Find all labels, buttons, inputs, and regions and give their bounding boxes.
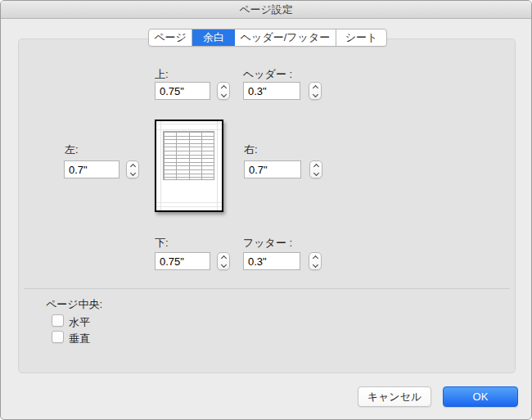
right-margin-field-box bbox=[244, 160, 301, 178]
header-margin-field-box bbox=[243, 82, 300, 100]
bottom-margin-guide bbox=[156, 202, 222, 203]
bottom-margin-input[interactable] bbox=[156, 253, 210, 269]
cancel-button[interactable]: キャンセル bbox=[358, 386, 431, 407]
horizontal-center-label: 水平 bbox=[69, 315, 90, 328]
left-margin-input[interactable] bbox=[65, 161, 119, 178]
right-margin-label: 右: bbox=[244, 142, 258, 156]
stepper-up-icon[interactable] bbox=[312, 255, 318, 260]
footer-margin-label: フッター : bbox=[243, 236, 292, 249]
page-preview bbox=[155, 120, 223, 212]
worksheet-grid-thumbnail bbox=[163, 131, 214, 180]
stepper-up-icon[interactable] bbox=[220, 255, 226, 260]
stepper-up-icon[interactable] bbox=[220, 84, 226, 90]
left-margin-label: 左: bbox=[65, 142, 79, 156]
vertical-center-checkbox[interactable] bbox=[52, 331, 64, 343]
right-margin-guide bbox=[217, 121, 218, 210]
stepper-down-icon[interactable] bbox=[312, 261, 318, 267]
stepper-down-icon[interactable] bbox=[220, 261, 226, 267]
stepper-up-icon[interactable] bbox=[312, 84, 318, 90]
right-margin-input[interactable] bbox=[245, 161, 300, 178]
stepper-down-icon[interactable] bbox=[129, 169, 135, 175]
horizontal-center-checkbox[interactable] bbox=[52, 314, 64, 327]
left-margin-guide bbox=[160, 121, 161, 210]
header-guide bbox=[156, 124, 222, 124]
bottom-margin-label: 下: bbox=[155, 236, 169, 249]
stepper-up-icon[interactable] bbox=[313, 163, 318, 169]
tab-bar: ページ 余白 ヘッダー/フッター シート bbox=[148, 29, 387, 47]
header-margin-input[interactable] bbox=[244, 83, 300, 99]
vertical-center-label: 垂直 bbox=[69, 332, 90, 345]
ok-button[interactable]: OK bbox=[443, 386, 518, 407]
left-margin-field-box bbox=[64, 160, 119, 178]
footer-guide bbox=[156, 206, 222, 207]
bottom-margin-field-box bbox=[155, 252, 210, 270]
window-title: ページ設定 bbox=[239, 3, 293, 16]
section-divider bbox=[24, 288, 510, 289]
footer-margin-input[interactable] bbox=[244, 253, 300, 269]
stepper-down-icon[interactable] bbox=[312, 91, 318, 97]
top-margin-field-box bbox=[155, 82, 210, 100]
stepper-up-icon[interactable] bbox=[129, 163, 135, 169]
top-margin-input[interactable] bbox=[156, 83, 210, 99]
page-setup-dialog: ページ設定 ページ 余白 ヘッダー/フッター シート 上: ヘッダー : 左: bbox=[0, 0, 532, 420]
header-margin-stepper[interactable] bbox=[309, 82, 322, 100]
bottom-margin-stepper[interactable] bbox=[217, 252, 230, 270]
tab-sheet[interactable]: シート bbox=[336, 29, 386, 46]
top-margin-stepper[interactable] bbox=[217, 82, 230, 100]
top-margin-label: 上: bbox=[155, 67, 169, 80]
tab-header-footer[interactable]: ヘッダー/フッター bbox=[235, 29, 336, 46]
right-margin-stepper[interactable] bbox=[309, 160, 322, 178]
tab-page[interactable]: ページ bbox=[149, 29, 192, 46]
header-margin-label: ヘッダー : bbox=[243, 67, 292, 80]
footer-margin-field-box bbox=[243, 252, 300, 270]
top-margin-guide bbox=[156, 129, 222, 130]
left-margin-stepper[interactable] bbox=[126, 160, 139, 178]
footer-margin-stepper[interactable] bbox=[309, 252, 322, 270]
stepper-down-icon[interactable] bbox=[220, 91, 226, 97]
title-bar: ページ設定 bbox=[1, 1, 531, 19]
center-on-page-label: ページ中央: bbox=[46, 297, 102, 310]
stepper-down-icon[interactable] bbox=[313, 169, 318, 175]
tab-margins[interactable]: 余白 bbox=[192, 29, 235, 46]
